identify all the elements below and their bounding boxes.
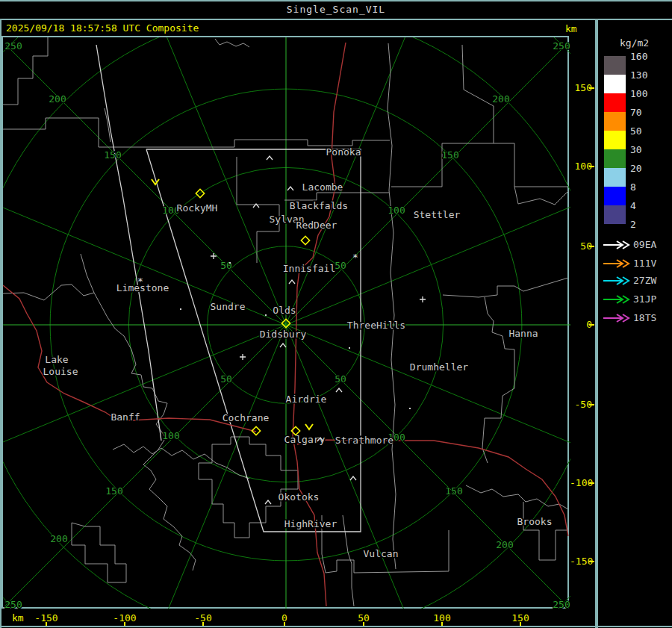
peak-caret-marker [350, 476, 356, 480]
town-label-lacombe: Lacombe [302, 181, 343, 193]
radar-map-canvas[interactable]: 5010015020050100150200501001502005010015… [3, 37, 570, 609]
town-label-strathmore: Strathmore [335, 435, 393, 446]
ring-distance-label: 200 [49, 93, 66, 105]
town-label-drumheller: Drumheller [410, 361, 468, 373]
ring-distance-label: 200 [496, 539, 513, 550]
legend-threshold-label: 70 [630, 107, 642, 118]
dot-marker [409, 408, 411, 409]
county-boundary [3, 285, 94, 300]
ring-distance-label: 200 [50, 533, 67, 544]
county-boundary [462, 45, 494, 143]
county-boundary [514, 187, 568, 205]
storm-direction-chevron-marker [305, 424, 313, 429]
town-label-vulcan: Vulcan [364, 548, 399, 559]
asterisk-marker: * [352, 252, 358, 263]
legend-swatch [604, 131, 626, 149]
legend-threshold-label: 50 [630, 125, 642, 137]
legend-swatch [604, 149, 626, 168]
peak-caret-marker [267, 156, 273, 160]
right-axis-tick-mark [589, 166, 594, 167]
town-label-brooks: Brooks [517, 516, 553, 527]
ring-distance-label: 50 [335, 260, 346, 271]
radial-line [3, 325, 286, 477]
legend-unit-label: kg/m2 [620, 37, 649, 49]
legend-threshold-label: 20 [630, 163, 642, 174]
county-boundary [3, 118, 145, 147]
title-divider [0, 19, 672, 20]
radar-site-id-label: 09EA [633, 239, 656, 250]
legend-threshold-label: 2 [630, 219, 636, 230]
radar-app-window: Single_Scan_VIL 2025/09/18 18:57:58 UTC … [0, 0, 672, 628]
plus-marker [240, 354, 246, 360]
ring-distance-label: 50 [220, 373, 232, 385]
dot-marker [229, 262, 231, 264]
county-boundary [391, 143, 568, 187]
county-boundary [215, 39, 249, 47]
town-label-cochrane: Cochrane [223, 412, 270, 423]
ring-distance-label: 150 [104, 149, 121, 161]
radar-site-id-label: 27ZW [633, 275, 656, 286]
town-label-olds: Olds [273, 305, 296, 316]
county-boundary [523, 502, 568, 560]
legend-swatch [604, 168, 626, 187]
town-label-louise: Louise [43, 366, 78, 377]
top-border [0, 0, 672, 1]
ring-distance-label: 100 [388, 205, 405, 216]
legend-swatch [604, 75, 626, 93]
legend-swatch [604, 187, 626, 205]
town-label-highriver: HighRiver [284, 518, 337, 529]
county-boundary [443, 278, 568, 297]
dot-marker [180, 308, 181, 310]
town-label-lake: Lake [45, 354, 68, 365]
peak-caret-marker [336, 388, 342, 392]
ring-distance-label: 150 [445, 485, 462, 497]
town-label-stettler: Stettler [414, 209, 461, 220]
radar-track-arrow-icon [603, 276, 632, 286]
county-boundary [482, 297, 514, 463]
radar-track-arrow-icon [603, 313, 632, 323]
right-axis-tick-mark [589, 246, 594, 247]
peak-caret-marker [265, 500, 271, 504]
storm-cell-diamond-marker [301, 236, 309, 244]
radar-track-arrow-icon [603, 240, 632, 250]
radial-line [286, 172, 570, 325]
radar-site-id-label: 31JP [633, 293, 656, 305]
town-label-airdrie: Airdrie [286, 394, 327, 405]
county-boundary [343, 515, 354, 606]
right-axis-tick-mark [589, 404, 594, 405]
county-boundary [72, 523, 126, 582]
bottom-axis-unit-label: km [12, 612, 24, 624]
legend-threshold-label: 30 [630, 144, 642, 155]
ring-distance-label: 100 [162, 430, 179, 441]
peak-caret-marker [289, 280, 295, 284]
town-label-reddeer: RedDeer [296, 220, 337, 231]
asterisk-marker: * [137, 276, 143, 287]
right-axis-tick-mark [589, 482, 594, 484]
right-axis-tick-mark [589, 561, 594, 562]
scan-timestamp: 2025/09/18 18:57:58 UTC Composite [6, 22, 199, 34]
dot-marker [349, 347, 350, 349]
county-boundary [388, 43, 396, 569]
town-label-banff: Banff [111, 411, 140, 423]
town-label-hanna: Hanna [508, 328, 538, 339]
right-axis-tick-mark [589, 87, 594, 89]
bottom-border [0, 626, 672, 627]
town-label-rockymh: RockyMH [177, 202, 218, 214]
county-boundary [466, 485, 568, 509]
right-axis-unit-label: km [565, 23, 577, 34]
right-axis-tick-mark [589, 324, 594, 326]
ring-distance-label: 150 [441, 149, 458, 161]
plus-marker [420, 296, 426, 302]
peak-caret-marker [280, 343, 286, 347]
dot-marker [265, 314, 267, 316]
ring-distance-label: 250 [553, 599, 570, 609]
ring-distance-label: 250 [553, 40, 570, 52]
town-label-okotoks: Okotoks [279, 491, 320, 503]
legend-divider [595, 20, 598, 628]
radar-site-id-label: 111V [633, 258, 656, 269]
legend-threshold-label: 4 [630, 200, 636, 211]
county-boundary [113, 444, 249, 479]
radar-track-arrow-icon [603, 258, 632, 269]
legend-swatch [604, 93, 626, 112]
town-label-innisfail: Innisfail [283, 263, 335, 274]
